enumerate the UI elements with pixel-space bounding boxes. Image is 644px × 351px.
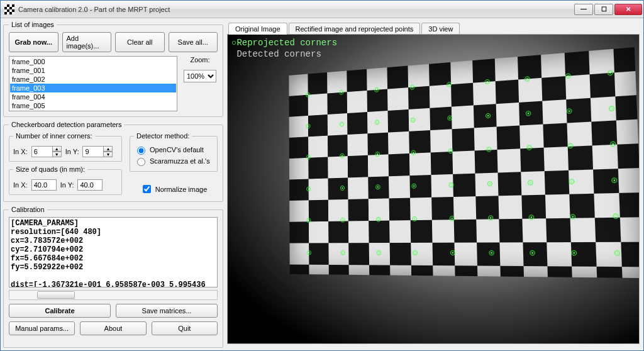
quad-size-y-input[interactable] bbox=[77, 179, 103, 191]
size-y-label: In Y: bbox=[60, 181, 74, 189]
calibration-legend: Calibration bbox=[9, 206, 47, 213]
tab-rectified-image[interactable]: Rectified image and reprojected points bbox=[289, 23, 421, 35]
inner-corners-legend: Number of inner corners: bbox=[13, 132, 95, 140]
list-of-images-legend: List of images bbox=[9, 21, 57, 28]
normalize-image-label: Normalize image bbox=[155, 186, 208, 193]
list-item[interactable]: frame_002 bbox=[10, 75, 176, 84]
inner-corners-group: Number of inner corners: In X: ▲▼ In Y: bbox=[9, 132, 122, 162]
save-matrices-button[interactable]: Save matrices... bbox=[116, 304, 218, 318]
add-images-button[interactable]: Add image(s)... bbox=[62, 32, 112, 52]
list-item[interactable]: frame_004 bbox=[10, 92, 176, 101]
client-area: List of images Grab now... Add image(s).… bbox=[1, 18, 643, 350]
frame-listbox[interactable]: frame_000frame_001frame_002frame_003fram… bbox=[9, 56, 177, 111]
image-display[interactable]: ○Reprojected corners Detected corners bbox=[227, 34, 640, 344]
list-item[interactable]: frame_000 bbox=[10, 57, 176, 66]
checkerboard-group: Checkerboard detection parameters Number… bbox=[3, 121, 223, 202]
list-item[interactable]: frame_003 bbox=[10, 84, 176, 92]
calibration-output[interactable]: [CAMERA_PARAMS] resolution=[640 480] cx=… bbox=[9, 217, 218, 287]
grab-now-button[interactable]: Grab now... bbox=[9, 32, 58, 52]
minimize-button[interactable]: — bbox=[574, 4, 593, 15]
detector-method-group: Detector method: OpenCV's default Scaram… bbox=[130, 132, 218, 172]
quad-size-legend: Size of quads (in mm): bbox=[13, 165, 87, 173]
corners-y-spinner[interactable]: ▲▼ bbox=[103, 146, 113, 157]
overlay-legend: ○Reprojected corners Detected corners bbox=[231, 37, 337, 60]
app-icon bbox=[4, 4, 14, 14]
close-button[interactable]: ✕ bbox=[614, 4, 642, 15]
in-y-label: In Y: bbox=[65, 148, 79, 155]
right-panel: Original Image Rectified image and repro… bbox=[226, 21, 641, 348]
checkerboard-image bbox=[289, 47, 640, 278]
maximize-button[interactable]: ☐ bbox=[594, 4, 613, 15]
save-all-button[interactable]: Save all... bbox=[169, 32, 218, 52]
overlay-detected-label: Detected corners bbox=[236, 49, 321, 59]
detector-opencv-radio[interactable] bbox=[137, 147, 145, 155]
list-item[interactable]: frame_001 bbox=[10, 66, 176, 75]
image-tabs: Original Image Rectified image and repro… bbox=[227, 22, 640, 34]
quad-size-x-input[interactable] bbox=[31, 179, 57, 191]
calibration-hscrollbar[interactable] bbox=[9, 290, 218, 300]
size-x-label: In X: bbox=[13, 181, 28, 189]
normalize-image-checkbox[interactable] bbox=[143, 185, 151, 193]
detector-opencv-label: OpenCV's default bbox=[150, 146, 204, 153]
zoom-label: Zoom: bbox=[182, 56, 218, 64]
list-of-images-group: List of images Grab now... Add image(s).… bbox=[3, 21, 223, 117]
zoom-select[interactable]: 100% bbox=[184, 70, 216, 82]
about-button[interactable]: About bbox=[80, 321, 146, 335]
manual-params-button[interactable]: Manual params... bbox=[9, 321, 75, 335]
detector-scaramuzza-label: Scaramuzza et al.'s bbox=[150, 157, 210, 165]
detector-scaramuzza-radio[interactable] bbox=[137, 158, 145, 166]
in-x-label: In X: bbox=[13, 148, 28, 155]
tab-3d-view[interactable]: 3D view bbox=[421, 23, 460, 35]
clear-all-button[interactable]: Clear all bbox=[115, 32, 165, 52]
list-item[interactable]: frame_005 bbox=[10, 101, 176, 110]
checkerboard-legend: Checkerboard detection parameters bbox=[9, 121, 124, 128]
window-controls: — ☐ ✕ bbox=[574, 4, 642, 15]
corners-y-input[interactable] bbox=[82, 146, 104, 157]
app-window: Camera calibration 2.0 - Part of the MRP… bbox=[0, 0, 644, 351]
tab-original-image[interactable]: Original Image bbox=[228, 23, 287, 35]
left-panel: List of images Grab now... Add image(s).… bbox=[3, 21, 223, 348]
calibration-group: Calibration [CAMERA_PARAMS] resolution=[… bbox=[3, 206, 223, 348]
corners-x-input[interactable] bbox=[31, 146, 53, 157]
window-title: Camera calibration 2.0 - Part of the MRP… bbox=[18, 6, 170, 13]
quit-button[interactable]: Quit bbox=[152, 321, 218, 335]
corners-x-spinner[interactable]: ▲▼ bbox=[52, 146, 62, 157]
calibrate-button[interactable]: Calibrate bbox=[9, 304, 111, 318]
titlebar[interactable]: Camera calibration 2.0 - Part of the MRP… bbox=[1, 1, 643, 18]
list-item[interactable]: frame_006 bbox=[10, 110, 176, 111]
overlay-reprojected-label: Reprojected corners bbox=[236, 38, 337, 48]
detector-method-legend: Detector method: bbox=[134, 132, 192, 140]
quad-size-group: Size of quads (in mm): In X: In Y: bbox=[9, 165, 122, 195]
